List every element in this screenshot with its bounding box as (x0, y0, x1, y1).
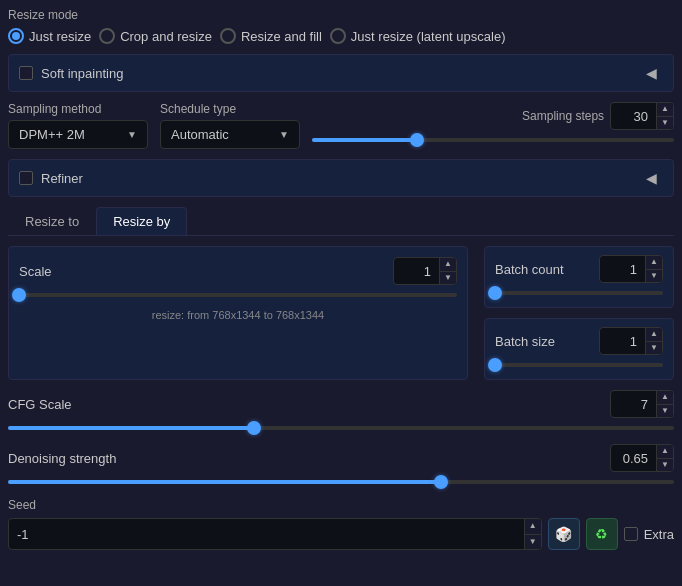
tab-resize-to[interactable]: Resize to (8, 207, 96, 235)
scale-spinners: ▲ ▼ (439, 258, 456, 284)
denoising-strength-track (8, 480, 674, 484)
soft-inpainting-left: Soft inpainting (19, 66, 123, 81)
soft-inpainting-checkbox[interactable] (19, 66, 33, 80)
sampling-method-select[interactable]: DPM++ 2M ▼ (8, 120, 148, 149)
batch-count-input[interactable]: ▲ ▼ (599, 255, 663, 283)
schedule-type-select[interactable]: Automatic ▼ (160, 120, 300, 149)
cfg-scale-down[interactable]: ▼ (657, 405, 673, 418)
resize-mode-label: Resize mode (8, 8, 674, 22)
scale-up[interactable]: ▲ (440, 258, 456, 272)
sampling-steps-down[interactable]: ▼ (657, 117, 673, 130)
refiner-label: Refiner (41, 171, 83, 186)
batch-size-up[interactable]: ▲ (646, 328, 662, 342)
batch-size-thumb[interactable] (488, 358, 502, 372)
schedule-type-col: Schedule type Automatic ▼ (160, 102, 300, 149)
batch-size-input[interactable]: ▲ ▼ (599, 327, 663, 355)
sampling-steps-slider[interactable] (312, 134, 674, 146)
radio-circle-just-resize (8, 28, 24, 44)
batch-size-section: Batch size ▲ ▼ (484, 318, 674, 380)
extra-row: Extra (624, 527, 674, 542)
batch-count-label: Batch count (495, 262, 564, 277)
extra-label: Extra (644, 527, 674, 542)
cfg-scale-section: CFG Scale ▲ ▼ (8, 390, 674, 434)
denoising-strength-value[interactable] (611, 445, 656, 471)
sampling-method-label: Sampling method (8, 102, 148, 116)
refiner-collapse-btn[interactable]: ◀ (640, 168, 663, 188)
scale-value[interactable] (394, 258, 439, 284)
radio-label-resize-and-fill: Resize and fill (241, 29, 322, 44)
seed-up[interactable]: ▲ (525, 519, 541, 535)
cfg-scale-track (8, 426, 674, 430)
sampling-steps-col: Sampling steps ▲ ▼ (312, 102, 674, 146)
seed-spinners: ▲ ▼ (524, 519, 541, 549)
batch-count-track (495, 291, 663, 295)
seed-label: Seed (8, 498, 674, 512)
dice-btn[interactable]: 🎲 (548, 518, 580, 550)
denoising-strength-input[interactable]: ▲ ▼ (610, 444, 674, 472)
scale-label: Scale (19, 264, 52, 279)
soft-inpainting-collapse-btn[interactable]: ◀ (640, 63, 663, 83)
sampling-steps-input[interactable]: ▲ ▼ (610, 102, 674, 130)
batch-col: Batch count ▲ ▼ Batch size (484, 246, 674, 380)
denoising-strength-slider[interactable] (8, 476, 674, 488)
radio-resize-and-fill[interactable]: Resize and fill (220, 28, 322, 44)
scale-slider[interactable] (19, 289, 457, 301)
seed-down[interactable]: ▼ (525, 535, 541, 550)
batch-size-value[interactable] (600, 328, 645, 354)
denoising-strength-fill (8, 480, 441, 484)
seed-input-box[interactable]: ▲ ▼ (8, 518, 542, 550)
batch-count-header: Batch count ▲ ▼ (495, 255, 663, 283)
batch-size-down[interactable]: ▼ (646, 342, 662, 355)
denoising-strength-section: Denoising strength ▲ ▼ (8, 444, 674, 488)
sampling-steps-track (312, 138, 674, 142)
denoising-strength-up[interactable]: ▲ (657, 445, 673, 459)
batch-count-slider[interactable] (495, 287, 663, 299)
radio-circle-resize-and-fill (220, 28, 236, 44)
cfg-scale-slider[interactable] (8, 422, 674, 434)
batch-count-up[interactable]: ▲ (646, 256, 662, 270)
cfg-scale-input[interactable]: ▲ ▼ (610, 390, 674, 418)
scale-down[interactable]: ▼ (440, 272, 456, 285)
batch-size-label: Batch size (495, 334, 555, 349)
sampling-steps-thumb[interactable] (410, 133, 424, 147)
denoising-strength-down[interactable]: ▼ (657, 459, 673, 472)
sampling-method-col: Sampling method DPM++ 2M ▼ (8, 102, 148, 149)
cfg-scale-thumb[interactable] (247, 421, 261, 435)
sampling-steps-up[interactable]: ▲ (657, 103, 673, 117)
scale-header: Scale ▲ ▼ (19, 257, 457, 285)
batch-count-down[interactable]: ▼ (646, 270, 662, 283)
batch-count-section: Batch count ▲ ▼ (484, 246, 674, 308)
radio-label-just-resize-latent: Just resize (latent upscale) (351, 29, 506, 44)
radio-just-resize[interactable]: Just resize (8, 28, 91, 44)
scale-section: Scale ▲ ▼ resize: from 768x1344 to 768x1… (8, 246, 468, 380)
recycle-btn[interactable]: ♻ (586, 518, 618, 550)
batch-count-thumb[interactable] (488, 286, 502, 300)
batch-count-value[interactable] (600, 256, 645, 282)
cfg-scale-value[interactable] (611, 391, 656, 417)
tab-resize-by[interactable]: Resize by (96, 207, 187, 235)
sampling-steps-header: Sampling steps ▲ ▼ (312, 102, 674, 130)
scale-batch-row: Scale ▲ ▼ resize: from 768x1344 to 768x1… (8, 246, 674, 380)
seed-value[interactable] (9, 519, 524, 549)
batch-count-spinners: ▲ ▼ (645, 256, 662, 282)
resize-tabs: Resize to Resize by (8, 207, 674, 236)
cfg-scale-up[interactable]: ▲ (657, 391, 673, 405)
radio-just-resize-latent[interactable]: Just resize (latent upscale) (330, 28, 506, 44)
seed-row: ▲ ▼ 🎲 ♻ Extra (8, 518, 674, 550)
refiner-checkbox[interactable] (19, 171, 33, 185)
sampling-method-arrow: ▼ (127, 129, 137, 140)
sampling-steps-spinners: ▲ ▼ (656, 103, 673, 129)
radio-crop-and-resize[interactable]: Crop and resize (99, 28, 212, 44)
sampling-steps-value[interactable] (611, 103, 656, 129)
scale-thumb[interactable] (12, 288, 26, 302)
cfg-scale-fill (8, 426, 254, 430)
batch-size-header: Batch size ▲ ▼ (495, 327, 663, 355)
denoising-strength-thumb[interactable] (434, 475, 448, 489)
batch-size-slider[interactable] (495, 359, 663, 371)
extra-checkbox[interactable] (624, 527, 638, 541)
soft-inpainting-panel: Soft inpainting ◀ (8, 54, 674, 92)
schedule-type-label: Schedule type (160, 102, 300, 116)
scale-input[interactable]: ▲ ▼ (393, 257, 457, 285)
radio-circle-crop-and-resize (99, 28, 115, 44)
sampling-steps-label: Sampling steps (522, 109, 604, 123)
